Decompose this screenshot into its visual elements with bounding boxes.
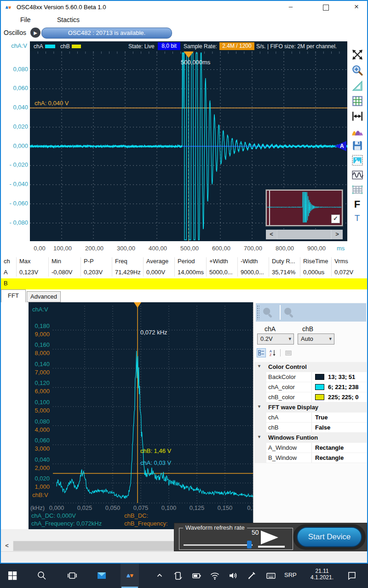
collapse-icon[interactable]: ▾ [258, 434, 260, 439]
trigger-t-icon[interactable]: T [351, 211, 364, 225]
set-square-icon[interactable] [351, 79, 364, 93]
save-icon[interactable] [351, 139, 364, 153]
menu-stactics[interactable]: Stactics [57, 16, 80, 23]
mail-icon[interactable] [96, 570, 108, 582]
language-indicator[interactable]: SRP [284, 571, 297, 578]
fft-x-tick: 0,100 [158, 504, 180, 511]
cha-range-select[interactable]: 0.2V ▾ [257, 334, 294, 345]
categorized-view-icon[interactable] [257, 348, 266, 357]
scope-x-tick: 200,00 [81, 245, 107, 252]
fft-cha-frequency: chA_Frequency: 0,072kHz [31, 520, 102, 527]
pen-icon[interactable] [246, 570, 258, 582]
tab-oscillos[interactable]: Oscillos [4, 29, 26, 36]
zoom-in-icon[interactable] [351, 63, 364, 77]
waveform-box-icon[interactable] [351, 168, 364, 182]
start-icon[interactable] [6, 570, 18, 582]
zoom-out-disabled-icon[interactable] [282, 306, 295, 319]
toolbar-separator [280, 305, 281, 320]
start-device-button[interactable]: Start Device [297, 527, 362, 547]
pg-divider [311, 423, 312, 432]
pg-divider [311, 453, 312, 463]
slider-thumb[interactable] [247, 541, 252, 548]
cha-color-swatch [45, 45, 55, 48]
waveform-preview[interactable]: ✓ [266, 190, 343, 226]
pg-gutter [254, 453, 266, 463]
clock-date: 4.1.2021. [304, 574, 340, 581]
meas-col-separator [331, 257, 332, 277]
action-center-icon[interactable] [346, 570, 358, 582]
scroll-track[interactable] [277, 230, 331, 239]
volume-icon[interactable] [227, 570, 239, 582]
spectrum-icon[interactable] [351, 124, 364, 138]
menu-file[interactable]: File [20, 16, 31, 23]
window-border-bottom [0, 563, 368, 564]
pg-item-chB[interactable]: chB False [254, 423, 367, 433]
task-view-icon[interactable] [66, 570, 78, 582]
refresh-rate-slider[interactable] [184, 544, 253, 546]
scroll-right-icon[interactable]: > [332, 230, 343, 239]
pg-item-B_Window[interactable]: B_Window Rectangle [254, 453, 367, 463]
trigger-marker-icon[interactable] [184, 51, 194, 58]
bits-badge: 8,0 bit [158, 42, 180, 50]
tablet-icon[interactable] [172, 570, 184, 582]
table-icon[interactable] [351, 183, 364, 197]
collapse-icon[interactable]: ▾ [258, 363, 260, 368]
horizontal-scrollbar[interactable]: < [1, 541, 174, 551]
clock[interactable]: 21.11 4.1.2021. [304, 568, 340, 581]
scope-state: State: Live [128, 43, 155, 50]
toolbar-grip[interactable] [257, 305, 259, 320]
scope-plot[interactable]: 500,000ms chA: 0,040 V A ✓ < > [30, 51, 347, 241]
start-button-well: Start Device [293, 524, 366, 550]
alphabetical-sort-icon[interactable]: AZ [268, 348, 277, 357]
scope-x-tick: 0,00 [27, 245, 52, 252]
minimize-button[interactable]: – [282, 2, 299, 12]
pg-item-chA[interactable]: chA True [254, 413, 367, 423]
expand-icon[interactable] [351, 48, 364, 62]
pg-item-value: 13; 33; 51 [328, 373, 355, 380]
fft-plot[interactable]: chA:V chB:V 0,1809,0000,1608,0000,1407,0… [29, 302, 253, 529]
pg-item-chB_color[interactable]: chB_color 225; 225; 0 [254, 392, 367, 402]
zoom-in-disabled-icon[interactable] [261, 306, 274, 319]
grid-icon[interactable] [351, 94, 364, 108]
fft-y-tick-cha: 0,180 [29, 322, 50, 329]
play-icon[interactable]: ▶ [30, 28, 40, 38]
maximize-button[interactable] [323, 5, 329, 11]
scope-y-tick: 0,000 [3, 142, 28, 149]
keyboard-icon[interactable] [265, 570, 277, 582]
snapshot-icon[interactable] [351, 153, 364, 167]
scope-x-unit: ms [337, 245, 345, 252]
preview-checkbox[interactable]: ✓ [331, 215, 340, 223]
wifi-icon[interactable] [209, 570, 221, 582]
fft-y-tick-cha: 0,120 [29, 379, 50, 386]
scrollbar-thumb[interactable] [13, 541, 174, 551]
pg-item-chA_color[interactable]: chA_color 6; 221; 238 [254, 382, 367, 392]
preview-scrollbar[interactable]: < > [266, 230, 343, 239]
chevron-up-icon[interactable] [154, 570, 166, 582]
chb-range-select[interactable]: Auto ▾ [298, 334, 334, 345]
fifo-info: S/s. | FIFO size: 2M per channel. [256, 43, 337, 50]
tab-advanced[interactable]: Advanced [27, 291, 61, 302]
pg-category[interactable]: ▾ FFT wave Display [254, 402, 367, 413]
pg-item-BackColor[interactable]: BackColor 13; 33; 51 [254, 372, 367, 382]
collapse-icon[interactable]: ▾ [258, 404, 260, 409]
scrollbar-left-icon[interactable]: < [1, 541, 13, 551]
property-pages-icon[interactable] [284, 348, 293, 357]
scope-header: chA chB State: Live 8,0 bit Sample Rate:… [30, 41, 347, 51]
battery-icon[interactable] [190, 570, 202, 582]
pg-gutter [254, 413, 266, 422]
tab-fft[interactable]: FFT [1, 289, 26, 302]
pg-category[interactable]: ▾ Color Control [254, 362, 367, 372]
search-icon[interactable] [36, 570, 48, 582]
pg-category[interactable]: ▾ Windows Funtion [254, 433, 367, 443]
h-measure-icon[interactable] [351, 109, 364, 123]
fft-y-tick-chb: 9,000 [29, 331, 50, 338]
level-cursor-label: chA: 0,040 V [34, 100, 69, 107]
close-button[interactable]: × [351, 2, 362, 12]
pg-item-A_Window[interactable]: A_Window Rectangle [254, 443, 367, 453]
fft-x-tick: 0,050 [102, 504, 124, 511]
fft-f-icon[interactable]: F [351, 198, 364, 211]
fft-cursor-marker-icon[interactable] [134, 302, 141, 308]
fft-cursor-label: 0,072 kHz [140, 329, 167, 336]
meas-cell: 0,123V [19, 269, 38, 276]
scroll-left-icon[interactable]: < [266, 230, 277, 239]
